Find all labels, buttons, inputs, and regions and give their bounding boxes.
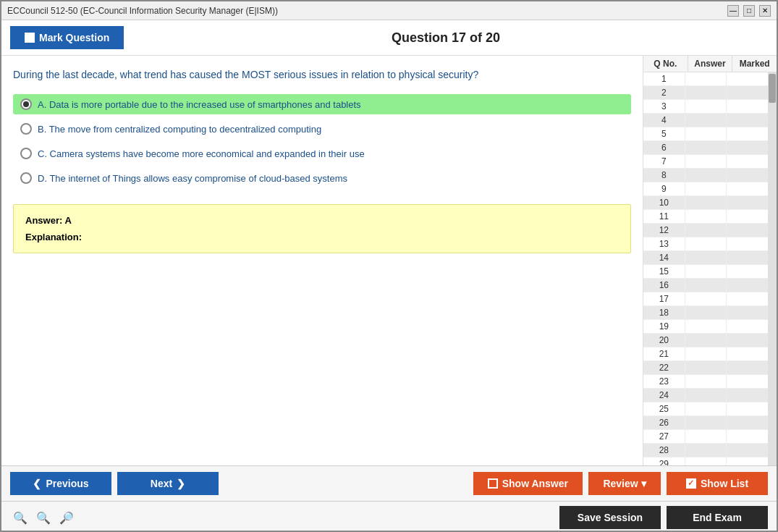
sidebar-cell-num: 17 [643,292,685,305]
sidebar-cell-marked [727,375,768,388]
show-list-checkbox-icon [686,478,696,489]
sidebar-row[interactable]: 18 [643,306,768,320]
sidebar-cell-num: 3 [643,100,685,113]
sidebar-cell-answer [685,320,727,333]
sidebar-cell-num: 26 [643,416,685,429]
sidebar-row[interactable]: 13 [643,237,768,251]
end-exam-button[interactable]: End Exam [667,506,768,529]
zoom-reset-button[interactable]: 🔍 [33,510,54,526]
sidebar-cell-answer [685,237,727,250]
next-chevron-icon: ❯ [177,478,185,489]
sidebar-row[interactable]: 7 [643,155,768,169]
option-radio-d [20,172,32,184]
sidebar-cell-num: 24 [643,389,685,402]
sidebar-cell-num: 4 [643,114,685,127]
sidebar-row[interactable]: 21 [643,347,768,361]
sidebar-cell-answer [685,182,727,195]
sidebar-cell-marked [727,334,768,347]
previous-button[interactable]: ❮ Previous [10,472,111,495]
option-b[interactable]: B. The move from centralized computing t… [13,119,631,139]
mark-checkbox-icon [25,33,35,43]
sidebar-cell-num: 13 [643,237,685,250]
sidebar-row[interactable]: 25 [643,402,768,416]
sidebar-cell-answer [685,306,727,319]
sidebar-cell-marked [727,141,768,154]
sidebar-cell-marked [727,306,768,319]
sidebar-row[interactable]: 9 [643,182,768,196]
sidebar-col-qno: Q No. [643,56,688,72]
sidebar-row[interactable]: 8 [643,169,768,182]
sidebar-row[interactable]: 15 [643,265,768,279]
sidebar-scrollbar[interactable] [768,72,777,465]
sidebar-cell-num: 28 [643,444,685,457]
zoom-out-button[interactable]: 🔎 [56,510,77,526]
sidebar-cell-marked [727,389,768,402]
sidebar-row[interactable]: 23 [643,375,768,389]
close-button[interactable]: ✕ [759,5,771,17]
sidebar-cell-marked [727,72,768,85]
sidebar-cell-marked [727,237,768,250]
sidebar-row[interactable]: 11 [643,210,768,224]
sidebar-cell-num: 11 [643,210,685,223]
minimize-button[interactable]: — [727,5,739,17]
sidebar-list[interactable]: 1234567891011121314151617181920212223242… [643,72,768,465]
sidebar-row[interactable]: 22 [643,361,768,375]
sidebar-row[interactable]: 27 [643,430,768,444]
show-list-button[interactable]: Show List [667,472,768,495]
sidebar-row[interactable]: 10 [643,196,768,210]
sidebar-cell-num: 20 [643,334,685,347]
sidebar-cell-answer [685,114,727,127]
sidebar-scrollbar-thumb[interactable] [769,74,776,103]
sidebar-cell-answer [685,224,727,237]
option-text-c: C. Camera systems have become more econo… [38,148,365,159]
sidebar-cell-num: 5 [643,127,685,140]
sidebar-row[interactable]: 4 [643,114,768,127]
sidebar-row[interactable]: 2 [643,86,768,100]
sidebar-row[interactable]: 14 [643,251,768,265]
sidebar-cell-answer [685,375,727,388]
sidebar-cell-answer [685,334,727,347]
sidebar-row[interactable]: 6 [643,141,768,155]
sidebar-cell-answer [685,251,727,264]
sidebar-cell-marked [727,127,768,140]
sidebar-row[interactable]: 24 [643,389,768,402]
question-panel: During the last decade, what trend has c… [1,56,643,465]
sidebar-cell-num: 25 [643,402,685,415]
next-button[interactable]: Next ❯ [117,472,219,495]
sidebar-cell-num: 29 [643,457,685,465]
sidebar-cell-num: 22 [643,361,685,374]
toolbar: Mark Question Question 17 of 20 [1,20,777,56]
review-button[interactable]: Review ▾ [588,472,661,495]
sidebar-cell-num: 7 [643,155,685,168]
sidebar-row[interactable]: 3 [643,100,768,114]
option-d[interactable]: D. The internet of Things allows easy co… [13,168,631,188]
sidebar-cell-answer [685,210,727,223]
sidebar-row[interactable]: 1 [643,72,768,86]
next-label: Next [151,478,172,489]
option-text-d: D. The internet of Things allows easy co… [38,173,347,184]
sidebar-cell-marked [727,169,768,182]
zoom-in-button[interactable]: 🔍 [10,510,30,526]
show-answer-button[interactable]: Show Answer [473,472,583,495]
sidebar-cell-answer [685,361,727,374]
show-list-label: Show List [701,478,748,489]
sidebar-row[interactable]: 17 [643,292,768,306]
sidebar-row[interactable]: 29 [643,457,768,465]
sidebar-row[interactable]: 5 [643,127,768,141]
option-c[interactable]: C. Camera systems have become more econo… [13,143,631,164]
sidebar-row[interactable]: 19 [643,320,768,334]
sidebar-row[interactable]: 26 [643,416,768,430]
mark-question-button[interactable]: Mark Question [10,26,124,49]
save-session-button[interactable]: Save Session [559,506,661,529]
sidebar-cell-answer [685,100,727,113]
sidebar-cell-marked [727,196,768,209]
sidebar-row[interactable]: 28 [643,444,768,457]
sidebar-cell-num: 8 [643,169,685,182]
sidebar-row[interactable]: 16 [643,279,768,292]
sidebar-cell-num: 10 [643,196,685,209]
sidebar-row[interactable]: 12 [643,224,768,237]
sidebar-cell-marked [727,416,768,429]
option-a[interactable]: A. Data is more portable due to the incr… [13,94,631,114]
sidebar-row[interactable]: 20 [643,334,768,347]
maximize-button[interactable]: □ [743,5,755,17]
